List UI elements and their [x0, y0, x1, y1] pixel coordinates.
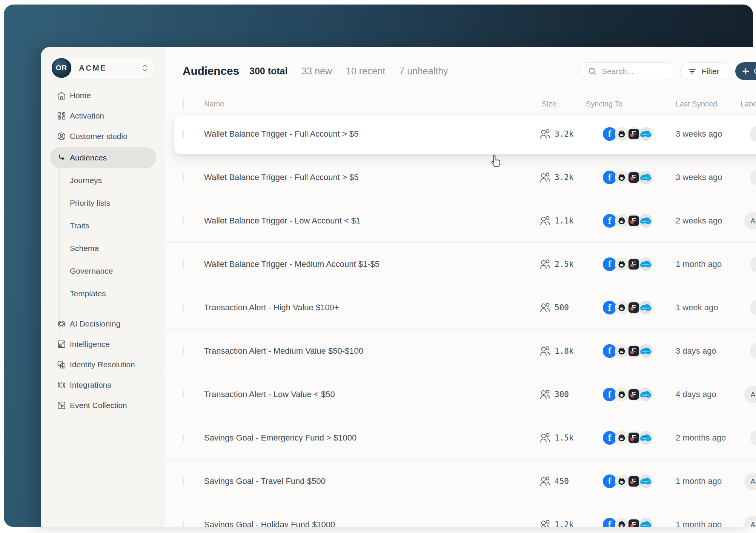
stat-unhealthy[interactable]: 7 unhealthy — [399, 66, 448, 77]
stat-total[interactable]: 300 total — [249, 66, 287, 77]
facebook-icon: f — [603, 301, 616, 314]
sidebar-item-intelligence[interactable]: Intelligence — [41, 334, 165, 354]
sidebar-item-templates[interactable]: Templates — [41, 282, 165, 305]
sidebar-item-journeys[interactable]: Journeys — [41, 169, 165, 192]
row-checkbox[interactable] — [183, 303, 184, 311]
sidebar-item-activation[interactable]: Activation — [41, 106, 165, 126]
table-row[interactable]: Savings Goal - Emergency Fund > $1000 1.… — [165, 416, 756, 460]
syncing-to-icons: fFsalesforce — [603, 431, 676, 445]
sidebar-item-audiences[interactable]: Audiences — [50, 147, 156, 168]
row-checkbox[interactable] — [183, 217, 184, 225]
row-checkbox[interactable] — [183, 521, 184, 527]
integrations-icon — [57, 380, 66, 390]
row-checkbox[interactable] — [183, 434, 184, 442]
mailchimp-icon — [615, 431, 628, 445]
page-title: Audiences — [183, 65, 239, 77]
salesforce-icon: salesforce — [639, 171, 653, 184]
table-row[interactable]: Wallet Balance Trigger - Full Account > … — [165, 156, 756, 199]
audience-name: Wallet Balance Trigger - Medium Account … — [204, 259, 539, 269]
sidebar-item-priority-lists[interactable]: Priority lists — [41, 192, 165, 214]
salesforce-icon: salesforce — [639, 388, 653, 401]
mailchimp-icon — [615, 171, 628, 184]
sidebar-item-governance[interactable]: Governance — [41, 260, 165, 282]
syncing-to-icons: fFsalesforce — [603, 171, 676, 184]
sidebar-item-label: Customer studio — [70, 132, 128, 141]
row-checkbox[interactable] — [183, 477, 184, 485]
sidebar-item-integrations[interactable]: Integrations — [41, 375, 165, 395]
search-placeholder: Search... — [602, 67, 633, 76]
stat-recent[interactable]: 10 recent — [346, 66, 385, 77]
syncing-to-icons: fFsalesforce — [603, 127, 676, 141]
mailchimp-icon — [615, 214, 628, 228]
sidebar-item-label: Activation — [70, 111, 104, 120]
table-row[interactable]: Savings Goal - Travel Fund $500 450 fFsa… — [165, 460, 756, 503]
row-checkbox[interactable] — [183, 173, 184, 181]
svg-text:salesforce: salesforce — [642, 220, 650, 222]
workspace-initials: OR — [56, 64, 68, 72]
mailchimp-icon — [615, 257, 628, 271]
audience-size: 450 — [555, 477, 569, 486]
table-row[interactable]: Transaction Alert - Low Value < $50 300 … — [165, 373, 756, 416]
table-row[interactable]: Transaction Alert - High Value $100+ 500… — [165, 286, 756, 330]
salesforce-icon: salesforce — [639, 518, 653, 527]
audience-stats: 300 total33 new10 recent7 unhealthy — [249, 66, 448, 77]
table-row[interactable]: Wallet Balance Trigger - Medium Account … — [165, 243, 756, 286]
sidebar-item-customer-studio[interactable]: Customer studio — [41, 126, 165, 146]
f-logo-icon: F — [627, 344, 641, 358]
filter-label: Filter — [702, 67, 719, 76]
select-all-checkbox[interactable] — [183, 99, 184, 109]
workspace-name: ACME — [79, 63, 107, 72]
filter-icon — [688, 67, 696, 75]
sidebar-item-home[interactable]: Home — [41, 85, 165, 106]
facebook-icon: f — [603, 171, 616, 184]
svg-text:salesforce: salesforce — [642, 437, 650, 439]
people-icon — [539, 216, 551, 226]
mailchimp-icon — [615, 388, 628, 401]
stat-new[interactable]: 33 new — [301, 66, 332, 77]
salesforce-icon: salesforce — [639, 214, 653, 228]
salesforce-icon: salesforce — [639, 301, 653, 314]
svg-text:salesforce: salesforce — [642, 264, 650, 266]
mailchimp-icon — [615, 518, 628, 527]
search-input[interactable]: Search... — [579, 62, 675, 80]
label-avatar: C — [750, 125, 756, 143]
svg-text:salesforce: salesforce — [642, 524, 650, 526]
people-icon — [539, 389, 551, 400]
row-checkbox[interactable] — [183, 390, 184, 398]
f-logo-icon: F — [627, 257, 641, 271]
sidebar-item-traits[interactable]: Traits — [41, 214, 165, 237]
audience-name: Savings Goal - Travel Fund $500 — [204, 476, 539, 486]
mailchimp-icon — [615, 474, 628, 488]
label-avatar: C — [750, 429, 756, 447]
table-row[interactable]: Transaction Alert - Medium Value $50-$10… — [165, 330, 756, 373]
row-checkbox[interactable] — [183, 347, 184, 355]
ai-decisioning-icon — [57, 319, 66, 329]
sidebar-item-event-collection[interactable]: Event Collection — [41, 395, 165, 416]
salesforce-icon: salesforce — [639, 257, 653, 271]
label-avatar: A — [744, 516, 756, 527]
column-header-syncing-to: Syncing To — [586, 100, 676, 108]
audience-size: 1.5k — [555, 433, 574, 442]
table-header-row: Name Size Syncing To Last Synced Labels — [165, 95, 756, 112]
audience-size: 3.2k — [555, 173, 574, 182]
last-synced: 1 month ago — [676, 476, 735, 486]
filter-button[interactable]: Filter — [680, 62, 730, 80]
audience-size: 1.1k — [555, 216, 574, 225]
row-checkbox[interactable] — [183, 130, 184, 138]
workspace-avatar: OR — [52, 58, 71, 78]
f-logo-icon: F — [627, 518, 641, 527]
sidebar-item-ai-decisioning[interactable]: AI Decisioning — [41, 314, 165, 334]
table-row[interactable]: Wallet Balance Trigger - Full Account > … — [165, 112, 756, 156]
sidebar-item-schema[interactable]: Schema — [41, 237, 165, 260]
table-row[interactable]: Savings Goal - Holiday Fund $1000 1.2k f… — [165, 503, 756, 527]
table-row[interactable]: Wallet Balance Trigger - Low Account < $… — [165, 199, 756, 243]
audience-name: Wallet Balance Trigger - Full Account > … — [204, 129, 539, 139]
label-avatar: A — [744, 386, 756, 403]
identity-resolution-icon — [57, 360, 66, 370]
audience-size: 500 — [555, 303, 569, 312]
add-button[interactable]: + C — [735, 62, 756, 80]
sidebar-item-identity-resolution[interactable]: Identity Resolution — [41, 354, 165, 375]
sidebar-item-label: Governance — [70, 266, 113, 276]
row-checkbox[interactable] — [183, 260, 184, 268]
workspace-switcher[interactable]: OR ACME — [50, 57, 156, 79]
